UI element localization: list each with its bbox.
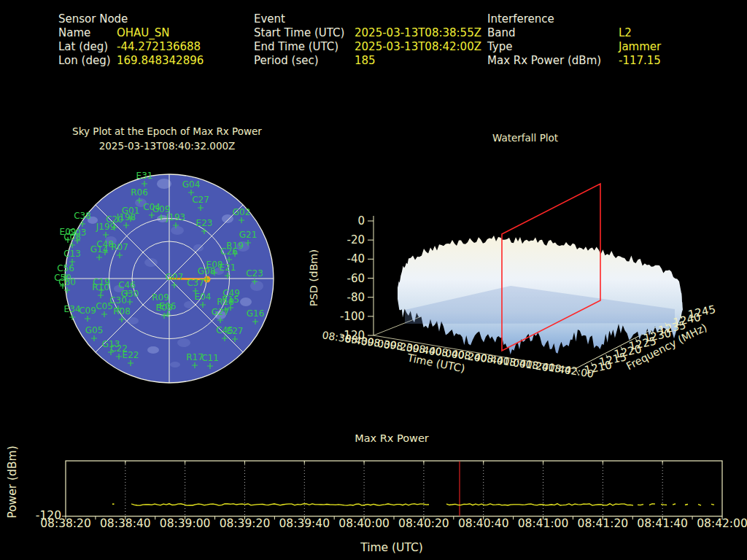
power-chart-canvas: -120Power (dBm)08:38:2008:38:4008:39:000… [6, 446, 747, 554]
satellite-label: G05 [85, 325, 104, 335]
satellite-label: E31 [136, 171, 153, 181]
x-tick-label: 08:40:20 [398, 517, 449, 530]
satellite-label: C05 [96, 301, 113, 311]
satellite-label: C26 [220, 246, 238, 257]
x-tick-label: 08:40:40 [458, 517, 509, 530]
power-trace [446, 504, 633, 505]
satellite-label: C27 [192, 195, 209, 205]
satellite-label: E21 [220, 262, 236, 273]
sky-cloud-patch [144, 258, 158, 267]
chart-frame [66, 461, 722, 516]
sky-cloud-patch [177, 338, 190, 347]
power-trace [131, 504, 429, 505]
sky-cloud-patch [240, 298, 252, 306]
x-tick-label: 08:41:40 [637, 517, 688, 530]
x-tick-label: 08:39:00 [160, 517, 211, 530]
satellite-label: G16 [247, 308, 265, 319]
sky-cloud-patch [171, 226, 184, 235]
satellite-label: G07 [166, 272, 184, 282]
satellite-label: R07 [111, 242, 128, 252]
satellite-label: C60 [58, 277, 76, 287]
sky-plot-canvas: E31G04R06C27G02C38G01C04G09C20J198J199J1… [54, 171, 274, 383]
x-tick-label: 08:42:00 [697, 517, 747, 530]
satellite-label: G21 [239, 230, 258, 240]
satellite-label: C56 [57, 263, 74, 273]
x-tick-label: 08:41:20 [578, 517, 629, 530]
power-trace [649, 504, 655, 505]
satellite-label: R06 [131, 187, 148, 198]
x-tick-label: 08:38:40 [100, 517, 151, 530]
satellite-label: E04 [195, 292, 212, 302]
satellite-label: J193 [166, 212, 185, 222]
satellite-label: R18 [217, 297, 234, 307]
waterfall-canvas[interactable]: 0-20-40-60-80-100-120PSD (dBm)1210121512… [308, 184, 717, 380]
power-trace [661, 505, 667, 505]
frequency-tick-label: 1245 [687, 303, 717, 322]
x-tick-label: 08:40:00 [338, 517, 390, 530]
satellite-label: C11 [201, 353, 219, 363]
sky-cloud-patch [147, 346, 159, 354]
power-trace [685, 505, 688, 505]
psd-tick-label: -80 [347, 291, 365, 304]
x-tick-label: 08:39:20 [220, 517, 271, 530]
sky-cloud-patch [184, 301, 196, 308]
satellite-label: E27 [227, 326, 244, 336]
sky-cloud-patch [170, 362, 180, 368]
x-tick-label: 08:41:00 [518, 517, 569, 530]
satellite-label: G02 [233, 207, 251, 217]
x-tick-label: 08:38:20 [40, 517, 91, 530]
satellite-label: R10 [92, 282, 109, 292]
satellite-label: E22 [123, 350, 139, 360]
satellite-label: G27 [212, 307, 230, 317]
satellite-label: C23 [246, 268, 263, 279]
psd-tick-label: -60 [347, 272, 365, 285]
satellite-label: C13 [63, 249, 81, 259]
satellite-label: C38 [74, 211, 91, 221]
psd-axis-label: PSD (dBm) [308, 249, 320, 306]
satellite-label: E23 [196, 218, 213, 228]
power-trace [711, 504, 714, 505]
app-window: { "header": { "sensor": { "title": "Sens… [0, 0, 747, 560]
satellite-label: C37 [187, 278, 204, 288]
satellite-label: J198 [116, 212, 136, 222]
power-trace [638, 505, 643, 505]
satellite-label: E06 [160, 301, 177, 311]
psd-tick-label: -40 [347, 252, 365, 265]
power-trace [673, 504, 676, 505]
satellite-label: C09 [79, 306, 96, 316]
x-axis-label: Time (UTC) [360, 541, 423, 554]
psd-tick-label: -20 [347, 233, 365, 246]
y-axis-label: Power (dBm) [6, 446, 19, 518]
x-tick-label: 08:39:40 [279, 517, 330, 530]
satellite-label: J199 [96, 222, 115, 232]
sky-cloud-patch [250, 281, 263, 291]
satellite-label: G04 [182, 179, 201, 190]
psd-tick-label: 0 [357, 214, 365, 228]
satellite-label: E34 [64, 304, 81, 314]
psd-tick-label: -100 [340, 310, 365, 323]
graphics-layer: E31G04R06C27G02C38G01C04G09C20J198J199J1… [0, 0, 747, 560]
power-trace-dot [112, 504, 115, 505]
power-trace [698, 505, 701, 506]
satellite-label: R08 [113, 306, 131, 316]
satellite-label: C08 [63, 232, 81, 242]
